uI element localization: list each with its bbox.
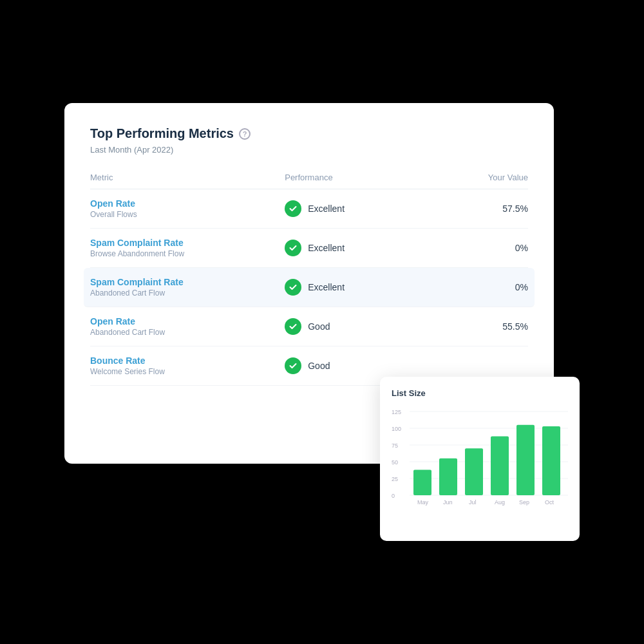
bar-aug <box>491 437 509 496</box>
performance-cell: Excellent <box>285 240 431 256</box>
col-performance: Performance <box>285 173 431 182</box>
performance-label: Good <box>308 361 330 371</box>
metric-cell: Spam Complaint Rate Abandoned Cart Flow <box>90 277 285 298</box>
metric-name[interactable]: Open Rate <box>90 198 285 209</box>
chart-area: 125 100 75 50 25 0 <box>392 403 568 519</box>
metric-name[interactable]: Spam Complaint Rate <box>90 238 285 248</box>
bar-oct <box>542 426 560 495</box>
performance-cell: Excellent <box>285 200 431 217</box>
x-label-jul: Jul <box>469 499 477 506</box>
x-label-may: May <box>417 499 429 506</box>
check-icon <box>285 357 301 374</box>
metric-sub: Welcome Series Flow <box>90 367 285 376</box>
metric-sub: Browse Abandonment Flow <box>90 249 285 258</box>
check-icon <box>285 240 301 256</box>
y-label-50: 50 <box>392 459 398 466</box>
performance-label: Excellent <box>308 282 345 292</box>
help-icon[interactable]: ? <box>239 128 251 140</box>
metric-sub: Abandoned Cart Flow <box>90 328 285 337</box>
check-icon <box>285 279 301 296</box>
metric-cell: Spam Complaint Rate Browse Abandonment F… <box>90 238 285 258</box>
metric-cell: Open Rate Overall Flows <box>90 198 285 219</box>
y-label-125: 125 <box>392 409 401 415</box>
value-cell: 0% <box>431 282 528 292</box>
table-header: Metric Performance Your Value <box>90 173 528 189</box>
x-label-sep: Sep <box>519 499 529 506</box>
card-title: Top Performing Metrics <box>90 126 234 141</box>
metric-cell: Bounce Rate Welcome Series Flow <box>90 355 285 376</box>
performance-cell: Excellent <box>285 279 431 296</box>
chart-card: List Size 125 100 75 50 25 0 <box>380 377 580 541</box>
performance-cell: Good <box>285 318 431 335</box>
performance-label: Good <box>308 321 330 332</box>
performance-label: Excellent <box>308 204 345 214</box>
y-label-0: 0 <box>392 493 395 499</box>
value-cell: 57.5% <box>431 204 528 214</box>
col-metric: Metric <box>90 173 285 182</box>
performance-cell: Good <box>285 357 431 374</box>
table-row: Spam Complaint Rate Browse Abandonment F… <box>90 229 528 268</box>
metric-sub: Overall Flows <box>90 210 285 219</box>
y-label-100: 100 <box>392 426 401 432</box>
table-row: Open Rate Abandoned Cart Flow Good 55.5% <box>90 307 528 346</box>
bar-jun <box>439 459 457 495</box>
bar-jul <box>465 448 483 495</box>
check-icon <box>285 318 301 335</box>
metric-sub: Abandoned Cart Flow <box>90 289 285 298</box>
value-cell: 0% <box>431 243 528 253</box>
col-your-value: Your Value <box>431 173 528 182</box>
check-icon <box>285 200 301 217</box>
y-label-25: 25 <box>392 476 398 482</box>
value-cell: 55.5% <box>431 321 528 332</box>
bar-sep <box>516 425 535 495</box>
bar-may <box>413 470 431 496</box>
metric-cell: Open Rate Abandoned Cart Flow <box>90 316 285 337</box>
y-label-75: 75 <box>392 442 398 449</box>
table-row: Open Rate Overall Flows Excellent 57.5% <box>90 189 528 229</box>
x-label-oct: Oct <box>545 499 554 506</box>
metric-name[interactable]: Bounce Rate <box>90 355 285 366</box>
x-label-aug: Aug <box>495 499 505 506</box>
table-row: Spam Complaint Rate Abandoned Cart Flow … <box>84 268 535 307</box>
card-subtitle: Last Month (Apr 2022) <box>90 145 528 155</box>
bar-chart: 125 100 75 50 25 0 <box>392 403 568 519</box>
metric-name[interactable]: Spam Complaint Rate <box>90 277 285 287</box>
table-body: Open Rate Overall Flows Excellent 57.5% … <box>90 189 528 386</box>
performance-label: Excellent <box>308 243 345 253</box>
chart-title: List Size <box>392 388 568 398</box>
metric-name[interactable]: Open Rate <box>90 316 285 327</box>
x-label-jun: Jun <box>443 499 453 506</box>
